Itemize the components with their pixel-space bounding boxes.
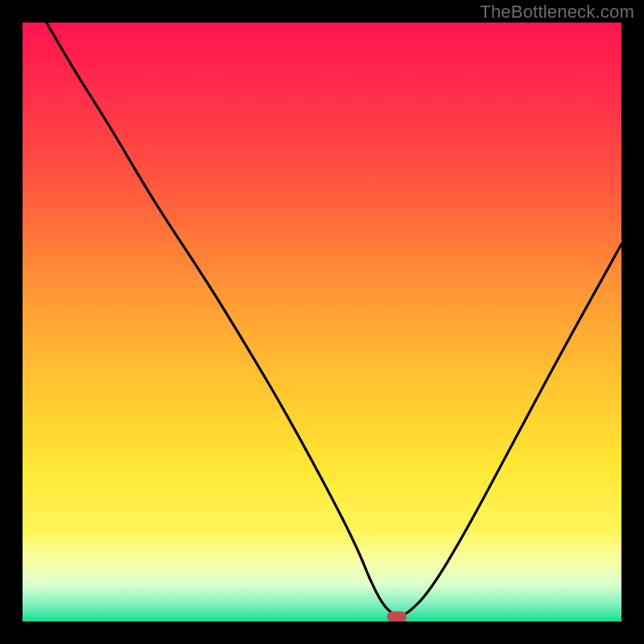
watermark-text: TheBottleneck.com [480, 2, 634, 23]
chart-container: TheBottleneck.com [0, 0, 644, 644]
chart-svg [23, 23, 621, 621]
gradient-background [23, 23, 621, 621]
plot-area [23, 23, 621, 621]
optimum-marker [387, 612, 407, 622]
